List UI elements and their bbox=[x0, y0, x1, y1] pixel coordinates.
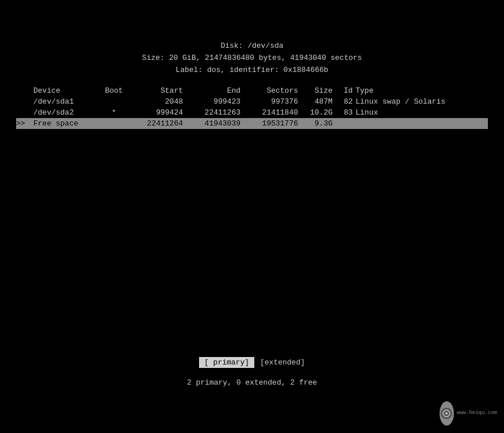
partition-type-row: [ primary] [extended] bbox=[199, 357, 305, 368]
watermark-site: www.heiqu.com bbox=[457, 410, 497, 417]
status-text: 2 primary, 0 extended, 2 free bbox=[187, 378, 317, 387]
col-header-end: End bbox=[189, 86, 246, 95]
row-boot: * bbox=[97, 108, 131, 117]
watermark-circle bbox=[440, 401, 454, 426]
row-device: Free space bbox=[33, 119, 97, 128]
header-prefix bbox=[16, 86, 33, 95]
row-id bbox=[338, 119, 356, 128]
row-start: 22411264 bbox=[131, 119, 189, 128]
table-row-selected[interactable]: >> Free space 22411264 41943039 19531776… bbox=[16, 118, 488, 129]
col-header-sectors: Sectors bbox=[246, 86, 304, 95]
row-size: 487M bbox=[304, 97, 338, 106]
watermark-icon bbox=[440, 407, 453, 420]
row-start: 2048 bbox=[131, 97, 189, 106]
row-boot bbox=[97, 97, 131, 106]
row-type: Linux swap / Solaris bbox=[356, 97, 488, 106]
table-header: Device Boot Start End Sectors Size Id Ty… bbox=[16, 85, 488, 96]
disk-header-line2: Size: 20 GiB, 21474836480 bytes, 4194304… bbox=[142, 52, 362, 64]
row-prefix bbox=[16, 108, 33, 117]
row-end: 41943039 bbox=[189, 119, 246, 128]
col-header-start: Start bbox=[131, 86, 189, 95]
svg-point-1 bbox=[445, 412, 448, 415]
row-type: Linux bbox=[356, 108, 488, 117]
disk-header: Disk: /dev/sda Size: 20 GiB, 21474836480… bbox=[142, 40, 362, 76]
disk-header-line3: Label: dos, identifier: 0x1884666b bbox=[142, 64, 362, 77]
partition-table: Device Boot Start End Sectors Size Id Ty… bbox=[16, 85, 488, 129]
row-prefix bbox=[16, 97, 33, 106]
row-type bbox=[356, 119, 488, 128]
row-size: 10.2G bbox=[304, 108, 338, 117]
row-prefix: >> bbox=[16, 119, 33, 128]
col-header-id: Id bbox=[338, 86, 356, 95]
col-header-size: Size bbox=[304, 86, 338, 95]
row-end: 22411263 bbox=[189, 108, 246, 117]
row-end: 999423 bbox=[189, 97, 246, 106]
row-sectors: 21411840 bbox=[246, 108, 304, 117]
row-sectors: 997376 bbox=[246, 97, 304, 106]
primary-button[interactable]: [ primary] bbox=[199, 357, 254, 368]
bottom-section: [ primary] [extended] 2 primary, 0 exten… bbox=[0, 357, 504, 387]
col-header-device: Device bbox=[33, 86, 97, 95]
row-device: /dev/sda1 bbox=[33, 97, 97, 106]
row-sectors: 19531776 bbox=[246, 119, 304, 128]
row-id: 83 bbox=[338, 108, 356, 117]
table-row[interactable]: /dev/sda2 * 999424 22411263 21411840 10.… bbox=[16, 107, 488, 118]
disk-header-line1: Disk: /dev/sda bbox=[142, 40, 362, 52]
col-header-boot: Boot bbox=[97, 86, 131, 95]
row-start: 999424 bbox=[131, 108, 189, 117]
table-row[interactable]: /dev/sda1 2048 999423 997376 487M 82 Lin… bbox=[16, 96, 488, 107]
extended-button[interactable]: [extended] bbox=[260, 358, 305, 367]
watermark: www.heiqu.com bbox=[440, 400, 497, 426]
row-size: 9.3G bbox=[304, 119, 338, 128]
col-header-type: Type bbox=[356, 86, 488, 95]
row-boot bbox=[97, 119, 131, 128]
row-id: 82 bbox=[338, 97, 356, 106]
main-screen: Disk: /dev/sda Size: 20 GiB, 21474836480… bbox=[0, 0, 504, 433]
row-device: /dev/sda2 bbox=[33, 108, 97, 117]
